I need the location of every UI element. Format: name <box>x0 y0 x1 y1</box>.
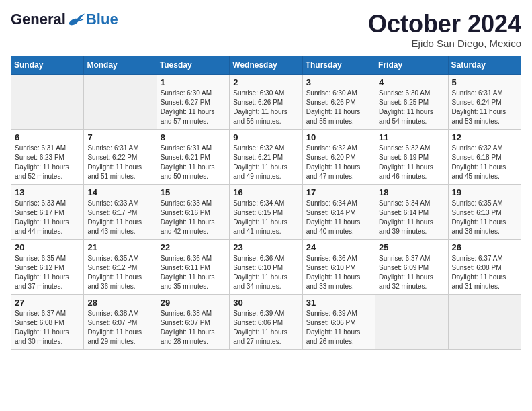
calendar-cell <box>84 74 157 129</box>
weekday-header-friday: Friday <box>375 56 448 74</box>
location: Ejido San Diego, Mexico <box>368 38 521 49</box>
day-info: Sunrise: 6:33 AM Sunset: 6:16 PM Dayligh… <box>161 199 226 236</box>
day-number: 6 <box>15 132 80 142</box>
calendar-cell: 31Sunrise: 6:39 AM Sunset: 6:06 PM Dayli… <box>302 294 375 349</box>
calendar-cell: 10Sunrise: 6:32 AM Sunset: 6:20 PM Dayli… <box>302 129 375 184</box>
calendar-cell: 23Sunrise: 6:36 AM Sunset: 6:10 PM Dayli… <box>230 239 302 294</box>
day-number: 11 <box>379 132 444 142</box>
day-number: 4 <box>379 77 444 87</box>
calendar-week-row: 1Sunrise: 6:30 AM Sunset: 6:27 PM Daylig… <box>11 74 521 129</box>
calendar-cell: 7Sunrise: 6:31 AM Sunset: 6:22 PM Daylig… <box>84 129 157 184</box>
calendar-cell: 22Sunrise: 6:36 AM Sunset: 6:11 PM Dayli… <box>157 239 229 294</box>
day-info: Sunrise: 6:37 AM Sunset: 6:08 PM Dayligh… <box>452 254 517 291</box>
calendar-cell <box>375 294 448 349</box>
calendar-cell <box>448 294 521 349</box>
calendar-cell: 24Sunrise: 6:36 AM Sunset: 6:10 PM Dayli… <box>302 239 375 294</box>
day-number: 29 <box>161 298 226 308</box>
page-header: General Blue October 2024 Ejido San Dieg… <box>11 11 521 49</box>
day-number: 10 <box>306 132 371 142</box>
day-info: Sunrise: 6:31 AM Sunset: 6:24 PM Dayligh… <box>452 89 517 126</box>
calendar-cell: 18Sunrise: 6:34 AM Sunset: 6:14 PM Dayli… <box>375 184 448 239</box>
calendar-cell: 5Sunrise: 6:31 AM Sunset: 6:24 PM Daylig… <box>448 74 521 129</box>
day-info: Sunrise: 6:38 AM Sunset: 6:07 PM Dayligh… <box>161 309 226 347</box>
calendar-cell: 12Sunrise: 6:32 AM Sunset: 6:18 PM Dayli… <box>448 129 521 184</box>
day-info: Sunrise: 6:36 AM Sunset: 6:10 PM Dayligh… <box>306 254 371 291</box>
weekday-header-thursday: Thursday <box>302 56 375 74</box>
day-number: 28 <box>87 298 152 308</box>
day-number: 16 <box>233 187 298 197</box>
calendar-week-row: 20Sunrise: 6:35 AM Sunset: 6:12 PM Dayli… <box>11 239 521 294</box>
day-info: Sunrise: 6:34 AM Sunset: 6:14 PM Dayligh… <box>379 199 444 236</box>
day-info: Sunrise: 6:30 AM Sunset: 6:26 PM Dayligh… <box>233 89 298 126</box>
calendar-cell: 4Sunrise: 6:30 AM Sunset: 6:25 PM Daylig… <box>375 74 448 129</box>
weekday-header-sunday: Sunday <box>11 56 84 74</box>
title-area: October 2024 Ejido San Diego, Mexico <box>368 11 521 49</box>
weekday-header-row: SundayMondayTuesdayWednesdayThursdayFrid… <box>11 56 521 74</box>
day-info: Sunrise: 6:35 AM Sunset: 6:13 PM Dayligh… <box>452 199 517 236</box>
month-title: October 2024 <box>368 11 521 38</box>
day-number: 19 <box>452 187 517 197</box>
calendar-cell: 14Sunrise: 6:33 AM Sunset: 6:17 PM Dayli… <box>84 184 157 239</box>
day-number: 1 <box>161 77 226 87</box>
logo-blue: Blue <box>86 11 118 28</box>
calendar-cell: 30Sunrise: 6:39 AM Sunset: 6:06 PM Dayli… <box>230 294 302 349</box>
logo-bird-icon <box>67 12 86 27</box>
calendar-cell: 13Sunrise: 6:33 AM Sunset: 6:17 PM Dayli… <box>11 184 84 239</box>
calendar-cell: 28Sunrise: 6:38 AM Sunset: 6:07 PM Dayli… <box>84 294 157 349</box>
calendar-week-row: 27Sunrise: 6:37 AM Sunset: 6:08 PM Dayli… <box>11 294 521 349</box>
day-info: Sunrise: 6:36 AM Sunset: 6:10 PM Dayligh… <box>233 254 298 291</box>
day-number: 18 <box>379 187 444 197</box>
day-number: 21 <box>87 242 152 253</box>
calendar-cell: 25Sunrise: 6:37 AM Sunset: 6:09 PM Dayli… <box>375 239 448 294</box>
calendar-cell: 1Sunrise: 6:30 AM Sunset: 6:27 PM Daylig… <box>157 74 229 129</box>
calendar-cell: 3Sunrise: 6:30 AM Sunset: 6:26 PM Daylig… <box>302 74 375 129</box>
calendar-cell: 2Sunrise: 6:30 AM Sunset: 6:26 PM Daylig… <box>230 74 302 129</box>
day-number: 20 <box>15 242 80 253</box>
day-number: 23 <box>233 242 298 253</box>
day-info: Sunrise: 6:37 AM Sunset: 6:08 PM Dayligh… <box>15 309 80 347</box>
day-info: Sunrise: 6:34 AM Sunset: 6:14 PM Dayligh… <box>306 199 371 236</box>
calendar-cell: 16Sunrise: 6:34 AM Sunset: 6:15 PM Dayli… <box>230 184 302 239</box>
day-number: 8 <box>161 132 226 142</box>
day-info: Sunrise: 6:32 AM Sunset: 6:18 PM Dayligh… <box>452 144 517 181</box>
calendar-cell: 20Sunrise: 6:35 AM Sunset: 6:12 PM Dayli… <box>11 239 84 294</box>
weekday-header-monday: Monday <box>84 56 157 74</box>
day-info: Sunrise: 6:38 AM Sunset: 6:07 PM Dayligh… <box>87 309 152 347</box>
calendar-cell: 26Sunrise: 6:37 AM Sunset: 6:08 PM Dayli… <box>448 239 521 294</box>
day-info: Sunrise: 6:33 AM Sunset: 6:17 PM Dayligh… <box>15 199 80 236</box>
day-number: 14 <box>87 187 152 197</box>
day-info: Sunrise: 6:31 AM Sunset: 6:22 PM Dayligh… <box>87 144 152 181</box>
day-number: 24 <box>306 242 371 253</box>
calendar-cell: 9Sunrise: 6:32 AM Sunset: 6:21 PM Daylig… <box>230 129 302 184</box>
calendar-cell: 8Sunrise: 6:31 AM Sunset: 6:21 PM Daylig… <box>157 129 229 184</box>
day-info: Sunrise: 6:32 AM Sunset: 6:21 PM Dayligh… <box>233 144 298 181</box>
calendar-cell: 15Sunrise: 6:33 AM Sunset: 6:16 PM Dayli… <box>157 184 229 239</box>
day-info: Sunrise: 6:39 AM Sunset: 6:06 PM Dayligh… <box>306 309 371 347</box>
day-number: 26 <box>452 242 517 253</box>
calendar-cell: 11Sunrise: 6:32 AM Sunset: 6:19 PM Dayli… <box>375 129 448 184</box>
day-info: Sunrise: 6:32 AM Sunset: 6:20 PM Dayligh… <box>306 144 371 181</box>
day-number: 15 <box>161 187 226 197</box>
day-number: 9 <box>233 132 298 142</box>
day-info: Sunrise: 6:34 AM Sunset: 6:15 PM Dayligh… <box>233 199 298 236</box>
logo-general: General <box>11 11 66 28</box>
day-info: Sunrise: 6:39 AM Sunset: 6:06 PM Dayligh… <box>233 309 298 347</box>
logo: General Blue <box>11 11 118 28</box>
calendar-cell: 17Sunrise: 6:34 AM Sunset: 6:14 PM Dayli… <box>302 184 375 239</box>
weekday-header-wednesday: Wednesday <box>230 56 302 74</box>
day-number: 22 <box>161 242 226 253</box>
day-info: Sunrise: 6:33 AM Sunset: 6:17 PM Dayligh… <box>87 199 152 236</box>
calendar-cell: 6Sunrise: 6:31 AM Sunset: 6:23 PM Daylig… <box>11 129 84 184</box>
day-info: Sunrise: 6:32 AM Sunset: 6:19 PM Dayligh… <box>379 144 444 181</box>
weekday-header-tuesday: Tuesday <box>157 56 229 74</box>
day-info: Sunrise: 6:35 AM Sunset: 6:12 PM Dayligh… <box>87 254 152 291</box>
day-info: Sunrise: 6:30 AM Sunset: 6:27 PM Dayligh… <box>161 89 226 126</box>
day-number: 27 <box>15 298 80 308</box>
day-number: 17 <box>306 187 371 197</box>
day-number: 12 <box>452 132 517 142</box>
day-info: Sunrise: 6:30 AM Sunset: 6:26 PM Dayligh… <box>306 89 371 126</box>
calendar-week-row: 6Sunrise: 6:31 AM Sunset: 6:23 PM Daylig… <box>11 129 521 184</box>
day-number: 31 <box>306 298 371 308</box>
calendar-cell: 27Sunrise: 6:37 AM Sunset: 6:08 PM Dayli… <box>11 294 84 349</box>
day-number: 2 <box>233 77 298 87</box>
